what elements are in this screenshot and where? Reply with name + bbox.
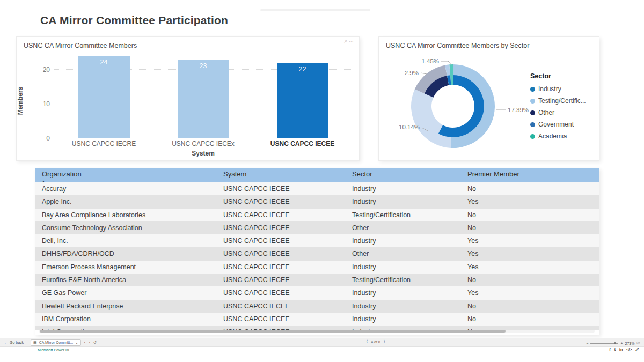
table-cell: Apple Inc. <box>35 195 217 208</box>
fit-to-page-icon[interactable]: ⎚ <box>636 341 640 345</box>
table-cell: No <box>461 274 599 286</box>
x-axis-labels: USNC CAPCC IECREUSNC CAPCC IECExUSNC CAP… <box>54 140 352 147</box>
divider <box>27 340 27 345</box>
table-cell: GE Gas Power <box>35 286 217 299</box>
x-category-label[interactable]: USNC CAPCC IECEx <box>153 140 253 147</box>
table-cell: Yes <box>461 261 599 274</box>
column-header-label: Organization <box>42 170 82 178</box>
table-cell: Intel Corporation <box>35 326 217 330</box>
page-title: CA Mirror Committee Participation <box>40 14 228 27</box>
legend-label: Industry <box>538 85 561 93</box>
table-cell: USNC CAPCC IECEE <box>217 300 346 313</box>
table-row[interactable]: Hewlett Packard EnterpriseUSNC CAPCC IEC… <box>35 300 599 313</box>
donut-legend: Sector IndustryTesting/Certific...OtherG… <box>530 72 586 142</box>
x-category-label[interactable]: USNC CAPCC IECEE <box>253 140 352 147</box>
back-arrow-icon: ← <box>4 341 8 344</box>
chevron-down-icon: ⌄ <box>75 341 78 345</box>
legend-item-industry[interactable]: Industry <box>530 83 586 95</box>
table-horizontal-scrollbar[interactable] <box>39 330 595 333</box>
table-cell: USNC CAPCC IECEE <box>217 313 346 326</box>
table-row[interactable]: Eurofins E&E North AmericaUSNC CAPCC IEC… <box>35 274 599 286</box>
focus-mode-icon[interactable]: ↗ <box>343 39 349 44</box>
table-row[interactable]: Bay Area Compliance LaboratoriesUSNC CAP… <box>35 209 599 221</box>
more-options-icon[interactable]: ⋯ <box>349 39 355 44</box>
legend-item-other[interactable]: Other <box>530 107 586 119</box>
legend-item-academia[interactable]: Academia <box>530 130 586 142</box>
bar-plot-area: 242322 <box>54 53 352 138</box>
donut-chart-panel: USNC CA Mirror Committee Members by Sect… <box>378 36 599 161</box>
table-header: Organization▲SystemSectorPremier Member <box>35 168 599 183</box>
table-cell: No <box>461 209 599 221</box>
next-page-button[interactable]: › <box>89 341 90 344</box>
table-row[interactable]: Intel CorporationUSNC CAPCC IECEEIndustr… <box>35 326 599 330</box>
table-row[interactable]: GE Gas PowerUSNC CAPCC IECEEIndustryYes <box>35 286 599 299</box>
bar-value-label: 24 <box>78 58 130 66</box>
y-tick-label: 20 <box>34 66 50 73</box>
bar-USNC CAPCC IECEx[interactable]: 23 <box>178 60 229 138</box>
x-category-label[interactable]: USNC CAPCC IECRE <box>54 140 153 147</box>
zoom-in-icon[interactable]: + <box>620 342 623 345</box>
zoom-slider[interactable] <box>590 343 618 344</box>
legend-item-government[interactable]: Government <box>530 119 586 130</box>
linkedin-icon[interactable]: in <box>619 348 623 352</box>
y-axis-title: Members <box>17 77 24 125</box>
table-row[interactable]: Consume Technology AssociationUSNC CAPCC… <box>35 221 599 234</box>
legend-dot <box>530 110 535 115</box>
column-header-label: Premier Member <box>467 170 519 178</box>
next-page-arrow[interactable]: ⟩ <box>384 339 385 344</box>
callout-label: 1.45% <box>421 58 439 64</box>
embed-icon[interactable]: </> <box>626 348 632 352</box>
table-cell: No <box>461 313 599 326</box>
table-cell: Industry <box>346 286 461 299</box>
column-header-label: Sector <box>352 170 372 178</box>
table-row[interactable]: Emerson Process ManagementUSNC CAPCC IEC… <box>35 261 599 274</box>
table-cell: USNC CAPCC IECEE <box>217 261 346 274</box>
prev-page-arrow[interactable]: ⟨ <box>367 339 368 344</box>
bar-USNC CAPCC IECRE[interactable]: 24 <box>78 56 130 138</box>
zoom-slider-thumb[interactable] <box>614 342 616 344</box>
table-cell: USNC CAPCC IECEE <box>217 247 346 260</box>
page-selector-label: CA Mirror Committ... <box>39 341 73 344</box>
legend-dot <box>530 134 535 139</box>
bar-chart-panel: USNC CA Mirror Committee Members ↗⋯ Memb… <box>16 36 360 161</box>
legend-label: Government <box>538 121 574 128</box>
bar-USNC CAPCC IECEE[interactable]: 22 <box>277 63 328 138</box>
page-selector-dropdown[interactable]: ▦ CA Mirror Committ... ⌄ <box>31 339 81 346</box>
callout-label: 17.39% <box>508 107 529 113</box>
zoom-level: 273% <box>625 342 634 345</box>
table-panel: Organization▲SystemSectorPremier Member … <box>35 168 599 335</box>
table-cell: Accuray <box>35 182 217 195</box>
table-cell: Hewlett Packard Enterprise <box>35 300 217 313</box>
legend-label: Testing/Certific... <box>538 97 586 105</box>
table-cell: Eurofins E&E North America <box>35 274 217 286</box>
y-tick-label: 10 <box>34 100 50 108</box>
fullscreen-icon[interactable]: ⤢ <box>635 348 639 352</box>
table-row[interactable]: AccurayUSNC CAPCC IECEEIndustryNo <box>35 182 599 195</box>
scrollbar-thumb[interactable] <box>40 330 506 333</box>
table-cell: Consume Technology Association <box>35 221 217 234</box>
table-cell: Industry <box>346 326 461 330</box>
visual-header-icons[interactable]: ↗⋯ <box>343 39 355 44</box>
reset-view-icon[interactable]: ↺ <box>93 341 97 345</box>
twitter-icon[interactable]: t <box>614 348 616 352</box>
bar-value-label: 23 <box>178 62 229 70</box>
table-cell: USNC CAPCC IECEE <box>217 274 346 286</box>
table-cell: Other <box>346 247 461 260</box>
top-strip-artifact <box>260 9 370 11</box>
table-row[interactable]: Dell, Inc.USNC CAPCC IECEEIndustryYes <box>35 234 599 247</box>
powerbi-link[interactable]: Microsoft Power BI <box>38 348 69 352</box>
facebook-icon[interactable]: f <box>609 348 610 352</box>
table-row[interactable]: Apple Inc.USNC CAPCC IECEEIndustryYes <box>35 195 599 208</box>
zoom-out-icon[interactable]: − <box>586 342 588 345</box>
legend-label: Other <box>538 109 554 116</box>
table-cell: USNC CAPCC IECEE <box>217 286 346 299</box>
donut-slice[interactable] <box>411 89 452 148</box>
legend-item-testing-certific-[interactable]: Testing/Certific... <box>530 95 586 107</box>
prev-page-button[interactable]: ‹ <box>84 341 85 344</box>
table-row[interactable]: IBM CorporationUSNC CAPCC IECEEIndustryN… <box>35 313 599 326</box>
table-row[interactable]: DHHS/FDA/CDRH/OCDUSNC CAPCC IECEEOtherYe… <box>35 247 599 260</box>
go-back-button[interactable]: ← Go back <box>4 341 24 344</box>
table-cell: Yes <box>461 247 599 260</box>
table-row-clipped[interactable]: Intel CorporationUSNC CAPCC IECEEIndustr… <box>35 326 599 330</box>
table-cell: Bay Area Compliance Laboratories <box>35 209 217 221</box>
